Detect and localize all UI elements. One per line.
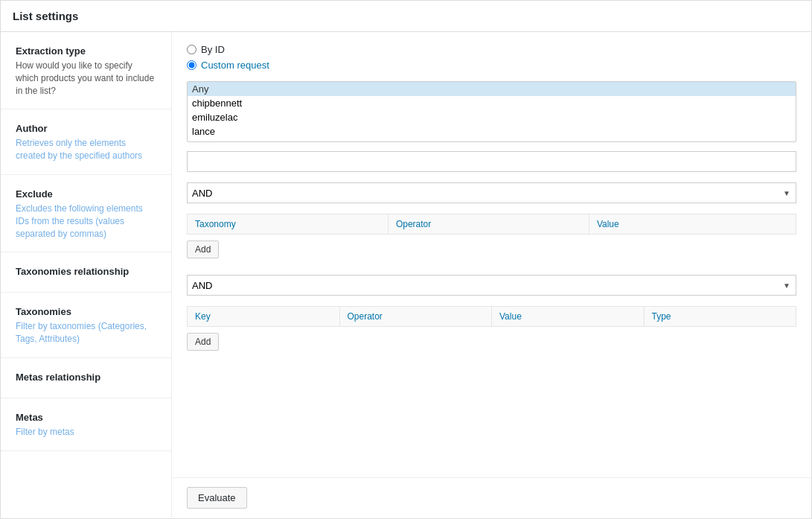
radio-by-id[interactable]: [187, 45, 196, 54]
metas-relationship-select[interactable]: AND OR: [187, 275, 796, 296]
sidebar-section-taxonomies-relationship: Taxonomies relationship: [1, 252, 171, 293]
metas-operator-col-header: Operator: [339, 307, 492, 327]
sidebar-section-exclude: Exclude Excludes the following elements …: [1, 175, 171, 252]
author-option-emiluzelac: emiluzelac: [188, 110, 796, 124]
main-panel: By ID Custom request Any chipbennett emi…: [172, 32, 811, 477]
content-area: Extraction type How would you like to sp…: [1, 32, 811, 518]
taxonomies-table-wrapper: Taxonomy Operator Value Add: [187, 214, 796, 269]
page-container: List settings Extraction type How would …: [0, 0, 812, 519]
page-title: List settings: [13, 10, 799, 22]
radio-label-by-id: By ID: [201, 44, 225, 55]
sidebar-section-author: Author Retrieves only the elements creat…: [1, 109, 171, 175]
operator-col-header: Operator: [388, 214, 589, 235]
metas-value-col-header: Value: [492, 307, 645, 327]
sidebar-section-title-exclude: Exclude: [16, 188, 156, 200]
sidebar-section-taxonomies: Taxonomies Filter by taxonomies (Categor…: [1, 293, 171, 358]
taxonomy-col-header: Taxonomy: [188, 214, 389, 235]
evaluate-area: Evaluate: [172, 477, 811, 518]
sidebar-section-metas-relationship: Metas relationship: [1, 358, 171, 398]
exclude-section: [187, 151, 796, 172]
author-section: Any chipbennett emiluzelac lance: [187, 81, 796, 142]
sidebar-section-title-taxonomies: Taxonomies: [16, 306, 156, 317]
sidebar-section-desc-extraction-type: How would you like to specify which prod…: [16, 60, 156, 97]
value-col-header: Value: [589, 214, 796, 235]
radio-item-custom-request[interactable]: Custom request: [187, 60, 796, 71]
add-taxonomy-button[interactable]: Add: [187, 241, 219, 258]
taxonomies-table-header-row: Taxonomy Operator Value: [188, 214, 796, 235]
sidebar-section-desc-taxonomies: Filter by taxonomies (Categories, Tags, …: [16, 320, 156, 346]
radio-custom-request[interactable]: [187, 60, 196, 70]
metas-table: Key Operator Value Type: [187, 306, 796, 327]
sidebar-section-extraction-type: Extraction type How would you like to sp…: [1, 32, 171, 109]
sidebar-section-desc-metas: Filter by metas: [16, 426, 156, 439]
taxonomies-relationship-wrapper: AND OR: [187, 182, 796, 203]
taxonomies-relationship-section: AND OR: [187, 182, 796, 203]
evaluate-button[interactable]: Evaluate: [187, 487, 247, 509]
radio-item-by-id[interactable]: By ID: [187, 44, 796, 55]
sidebar-section-title-metas: Metas: [16, 412, 156, 423]
sidebar: Extraction type How would you like to sp…: [1, 32, 172, 518]
author-option-lance: lance: [188, 124, 796, 138]
author-listbox[interactable]: Any chipbennett emiluzelac lance: [187, 81, 796, 142]
page-header: List settings: [1, 1, 811, 32]
metas-relationship-section: AND OR: [187, 275, 796, 296]
metas-relationship-wrapper: AND OR: [187, 275, 796, 296]
sidebar-section-title-author: Author: [16, 123, 156, 134]
sidebar-section-desc-exclude: Excludes the following elements IDs from…: [16, 203, 156, 240]
author-option-any: Any: [188, 82, 796, 96]
taxonomies-table: Taxonomy Operator Value: [187, 214, 796, 235]
sidebar-section-title-extraction-type: Extraction type: [16, 45, 156, 57]
type-col-header: Type: [644, 307, 796, 327]
metas-section: Key Operator Value Type Add: [187, 306, 796, 361]
sidebar-section-title-taxonomies-relationship: Taxonomies relationship: [16, 266, 156, 277]
taxonomies-relationship-select[interactable]: AND OR: [187, 182, 796, 203]
author-option-chipbennett: chipbennett: [188, 96, 796, 110]
sidebar-section-title-metas-relationship: Metas relationship: [16, 372, 156, 383]
extraction-type-radio-group: By ID Custom request: [187, 44, 796, 71]
key-col-header: Key: [188, 307, 340, 327]
extraction-type-section: By ID Custom request: [187, 44, 796, 71]
add-meta-button[interactable]: Add: [187, 333, 219, 351]
sidebar-section-desc-author: Retrieves only the elements created by t…: [16, 137, 156, 162]
exclude-input[interactable]: [187, 151, 796, 172]
radio-label-custom-request: Custom request: [201, 60, 269, 71]
sidebar-section-metas: Metas Filter by metas: [1, 398, 171, 451]
metas-table-header-row: Key Operator Value Type: [188, 307, 796, 327]
